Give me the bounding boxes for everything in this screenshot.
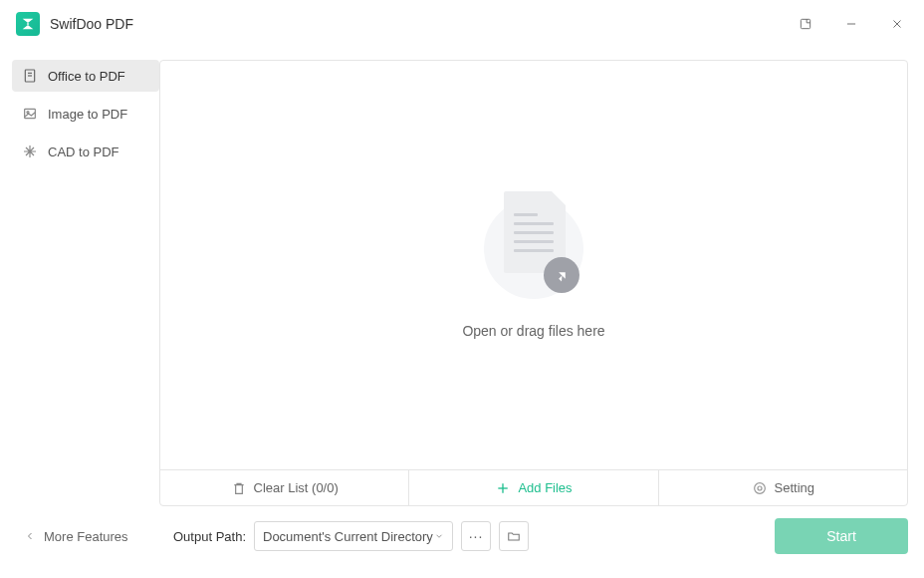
sidebar-item-label: Image to PDF [48, 107, 127, 122]
start-label: Start [826, 528, 856, 544]
sidebar-item-image-to-pdf[interactable]: Image to PDF [12, 98, 159, 130]
minimize-button[interactable] [828, 0, 874, 48]
drop-graphic-icon [474, 191, 593, 301]
app-title: SwifDoo PDF [50, 16, 133, 32]
action-bar: Clear List (0/0) Add Files Setting [160, 469, 907, 505]
more-options-button[interactable]: ··· [461, 521, 491, 551]
body-area: Office to PDF Image to PDF CAD to PDF [0, 48, 924, 506]
more-features-button[interactable]: More Features [16, 529, 143, 544]
sidebar-item-cad-to-pdf[interactable]: CAD to PDF [12, 136, 159, 167]
add-files-label: Add Files [518, 480, 572, 495]
setting-label: Setting [775, 480, 814, 495]
start-button[interactable]: Start [775, 518, 908, 554]
add-files-button[interactable]: Add Files [409, 470, 657, 505]
browse-folder-button[interactable] [499, 521, 529, 551]
output-path-select[interactable]: Document's Current Directory [254, 521, 453, 551]
titlebar: SwifDoo PDF [0, 0, 924, 48]
output-path-label: Output Path: [173, 529, 246, 544]
ellipsis-icon: ··· [469, 529, 484, 543]
sidebar: Office to PDF Image to PDF CAD to PDF [12, 60, 159, 506]
office-icon [22, 68, 38, 84]
sidebar-item-office-to-pdf[interactable]: Office to PDF [12, 60, 159, 92]
clear-list-label: Clear List (0/0) [254, 480, 339, 495]
svg-rect-0 [801, 19, 809, 28]
setting-icon [752, 480, 768, 496]
image-icon [22, 106, 38, 122]
clear-list-icon [231, 480, 247, 496]
window-extra-button[interactable] [783, 0, 828, 48]
drop-zone[interactable]: Open or drag files here [160, 61, 907, 469]
sidebar-item-label: Office to PDF [48, 69, 125, 84]
main-panel: Open or drag files here Clear List (0/0)… [159, 60, 908, 506]
svg-point-12 [754, 482, 765, 493]
output-path-value: Document's Current Directory [263, 529, 433, 544]
sidebar-item-label: CAD to PDF [48, 144, 119, 159]
folder-icon [507, 529, 521, 543]
footer: More Features Output Path: Document's Cu… [0, 506, 924, 566]
drop-hint-text: Open or drag files here [462, 323, 604, 339]
setting-button[interactable]: Setting [659, 470, 907, 505]
clear-list-button[interactable]: Clear List (0/0) [160, 470, 408, 505]
more-features-label: More Features [44, 529, 128, 544]
add-files-icon [495, 480, 511, 496]
svg-point-11 [758, 486, 762, 490]
close-button[interactable] [874, 0, 920, 48]
chevron-down-icon [434, 531, 444, 541]
app-logo-icon [16, 12, 40, 36]
cad-icon [22, 144, 38, 159]
